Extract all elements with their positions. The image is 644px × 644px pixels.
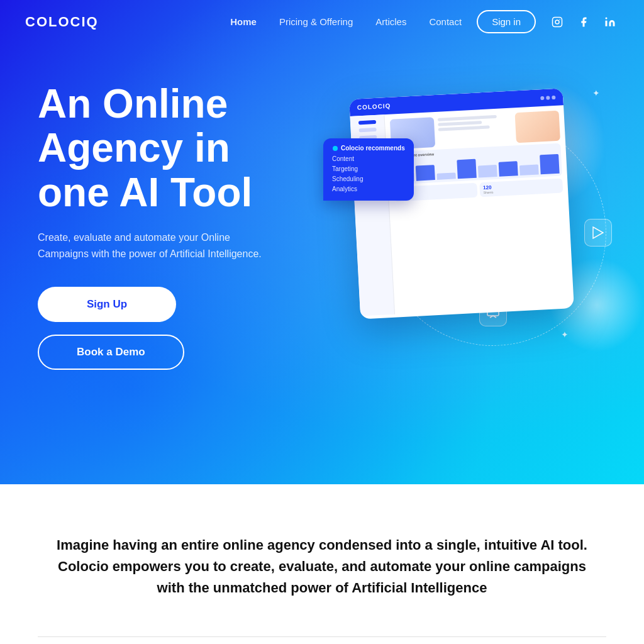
svg-rect-0	[553, 17, 562, 26]
ai-item-1: Content	[332, 154, 405, 164]
lower-description: Imagine having an entire online agency c…	[52, 535, 592, 599]
ai-bubble-title: Colocio recommends	[332, 145, 405, 152]
hero-left: An Online Agency in one AI Tool Create, …	[38, 82, 308, 370]
card-main-content: Engagement overview	[384, 105, 574, 314]
nav-link-pricing[interactable]: Pricing & Offering	[279, 16, 353, 27]
svg-point-4	[606, 17, 608, 19]
ai-item-3: Scheduling	[332, 174, 405, 184]
card-content-row-1	[390, 111, 560, 150]
svg-point-1	[555, 20, 559, 24]
chart-bar	[478, 165, 497, 178]
ai-recommendation-bubble: Colocio recommends Content Targeting Sch…	[323, 138, 414, 201]
chart-bar	[499, 161, 518, 176]
chart-bar	[540, 153, 560, 174]
content-text-1	[436, 113, 514, 147]
content-image-2	[515, 111, 560, 143]
nav-links-container: Home Pricing & Offering Articles Contact	[230, 16, 462, 28]
text-line	[438, 121, 482, 126]
dot-1	[540, 96, 544, 99]
nav-link-articles[interactable]: Articles	[375, 16, 406, 27]
dot-3	[552, 95, 555, 99]
nav-item-contact[interactable]: Contact	[429, 16, 462, 28]
signin-button[interactable]: Sign in	[477, 10, 536, 33]
nav-item-home[interactable]: Home	[230, 16, 257, 28]
text-line	[438, 125, 490, 131]
svg-point-2	[559, 19, 560, 20]
svg-rect-3	[606, 20, 608, 26]
hero-buttons: Sign Up Book a Demo	[38, 287, 308, 370]
logo[interactable]: COLOCIQ	[25, 14, 99, 30]
ai-item-2: Targeting	[332, 164, 405, 174]
chart-area: Engagement overview	[392, 143, 562, 185]
nav-item-pricing[interactable]: Pricing & Offering	[279, 16, 353, 28]
orbit-icon-right	[584, 219, 612, 247]
hero-dashboard: ✦ ✦ ✦ COLOCIQ	[330, 50, 644, 415]
chart-bar	[416, 165, 435, 181]
nav-link-contact[interactable]: Contact	[429, 16, 462, 27]
svg-point-11	[333, 146, 338, 151]
svg-marker-10	[593, 227, 603, 238]
signup-button[interactable]: Sign Up	[38, 287, 176, 322]
star-1: ✦	[592, 88, 600, 98]
navbar: COLOCIQ Home Pricing & Offering Articles…	[0, 0, 644, 43]
demo-button[interactable]: Book a Demo	[38, 335, 184, 370]
lower-section: Imagine having an entire online agency c…	[0, 484, 644, 644]
dashboard-card: COLOCIQ	[349, 88, 574, 319]
nav-link-home[interactable]: Home	[230, 16, 257, 27]
social-icons	[548, 13, 619, 31]
hero-subtitle: Create, evaluate and automate your Onlin…	[38, 230, 264, 262]
ai-item-4: Analytics	[332, 184, 405, 194]
chart-bar	[457, 159, 477, 179]
chart-bar	[436, 172, 456, 180]
stat-box-2: 120 Shares	[479, 179, 564, 197]
hero-section: An Online Agency in one AI Tool Create, …	[0, 0, 644, 484]
linkedin-icon[interactable]	[601, 13, 619, 31]
section-divider	[38, 636, 606, 637]
star-3: ✦	[561, 330, 569, 340]
facebook-icon[interactable]	[575, 13, 592, 31]
instagram-icon[interactable]	[548, 13, 566, 31]
text-line	[438, 115, 497, 121]
card-logo: COLOCIQ	[357, 103, 391, 111]
chart-bar	[519, 165, 539, 175]
card-window-dots	[540, 95, 555, 99]
nav-item-articles[interactable]: Articles	[375, 16, 406, 28]
dot-2	[546, 96, 550, 99]
sidebar-item-2	[358, 128, 376, 132]
card-body: Engagement overview	[350, 105, 574, 316]
sidebar-item-1	[358, 120, 376, 125]
dashboard-mockup: ✦ ✦ ✦ COLOCIQ	[330, 50, 644, 415]
hero-title: An Online Agency in one AI Tool	[38, 82, 308, 214]
